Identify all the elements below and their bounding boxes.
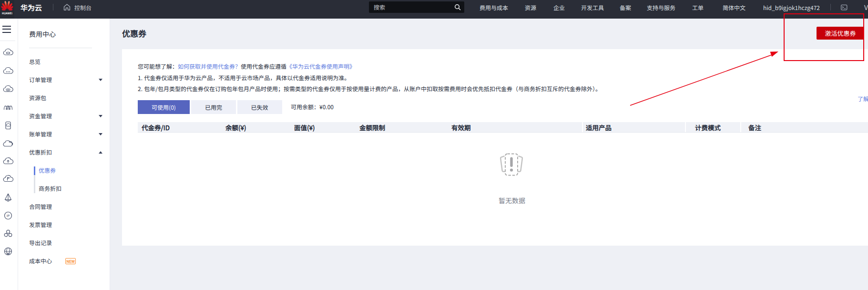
- svg-text:W: W: [6, 251, 10, 255]
- svg-text:IP: IP: [7, 213, 10, 218]
